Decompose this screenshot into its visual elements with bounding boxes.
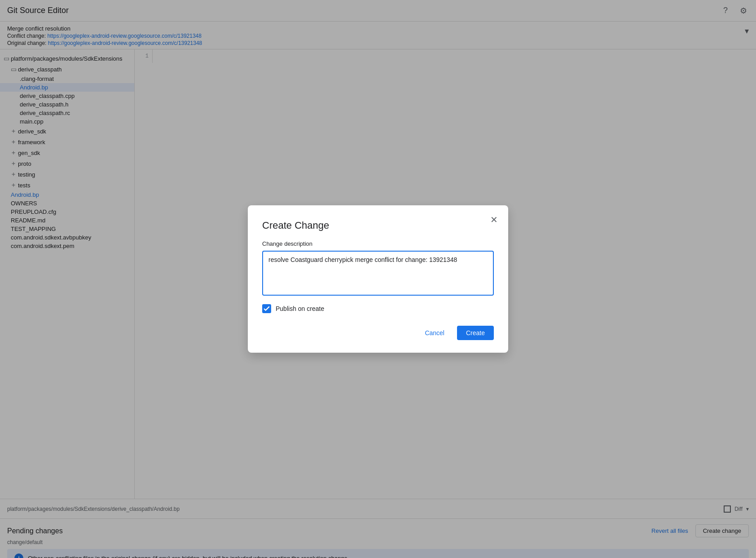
change-description-textarea[interactable]: resolve Coastguard cherrypick merge conf…	[262, 251, 494, 296]
publish-checkbox[interactable]	[262, 304, 271, 313]
modal-overlay: Create Change ✕ Change description resol…	[0, 0, 756, 558]
check-icon	[264, 306, 270, 312]
create-button[interactable]: Create	[457, 326, 494, 340]
modal-actions: Cancel Create	[262, 326, 494, 340]
create-change-modal: Create Change ✕ Change description resol…	[248, 205, 508, 353]
publish-label: Publish on create	[276, 305, 324, 312]
cancel-button[interactable]: Cancel	[418, 326, 452, 340]
modal-title: Create Change	[262, 220, 494, 231]
description-label: Change description	[262, 240, 494, 247]
modal-close-button[interactable]: ✕	[487, 213, 501, 227]
publish-checkbox-row: Publish on create	[262, 304, 494, 313]
